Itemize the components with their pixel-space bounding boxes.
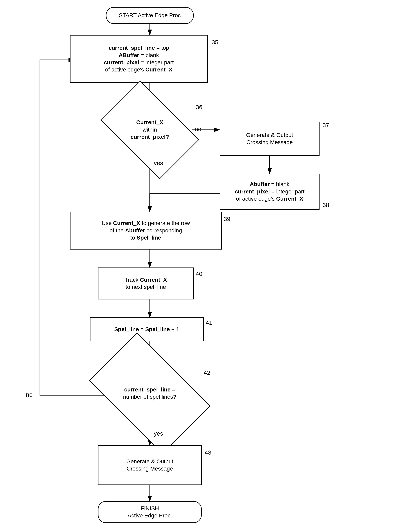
box-38-label: Abuffer = blank current_pixel = integer … <box>235 181 304 203</box>
finish-node: FINISHActive Edge Proc. <box>98 501 202 523</box>
no-right-label: no <box>195 126 201 133</box>
box-39: Use Current_X to generate the row of the… <box>70 212 222 250</box>
box-43: Generate & OutputCrossing Message <box>98 445 202 485</box>
box-37: Generate & OutputCrossing Message <box>220 122 319 156</box>
start-label: START Active Edge Proc <box>119 12 181 19</box>
box-35-label: current_spel_line = top ABuffer = blank … <box>104 44 173 73</box>
diamond-36-label: Current_Xwithincurrent_pixel? <box>131 119 169 140</box>
box-40-label: Track Current_Xto next spel_line <box>125 276 167 291</box>
yes-down-42-label: yes <box>154 430 163 437</box>
box-40: Track Current_Xto next spel_line <box>98 267 194 299</box>
ref-41: 41 <box>206 319 212 326</box>
box-41: Spel_line = Spel_line + 1 <box>90 317 204 341</box>
ref-36: 36 <box>196 104 202 111</box>
ref-38: 38 <box>323 202 329 209</box>
finish-label: FINISHActive Edge Proc. <box>127 505 172 519</box>
ref-43: 43 <box>205 449 211 456</box>
box-35: current_spel_line = top ABuffer = blank … <box>70 35 208 83</box>
diamond-42: current_spel_line =number of spel lines? <box>89 333 210 454</box>
box-39-label: Use Current_X to generate the row of the… <box>102 220 190 241</box>
box-38: Abuffer = blank current_pixel = integer … <box>220 174 319 210</box>
ref-39: 39 <box>224 215 230 222</box>
diamond-42-label: current_spel_line =number of spel lines? <box>123 386 177 401</box>
flowchart-container: { "title": "Active Edge Proc Flowchart",… <box>0 0 401 532</box>
ref-35: 35 <box>212 39 218 46</box>
ref-40: 40 <box>196 271 202 277</box>
box-41-label: Spel_line = Spel_line + 1 <box>114 326 179 333</box>
box-37-label: Generate & OutputCrossing Message <box>246 132 293 146</box>
box-43-label: Generate & OutputCrossing Message <box>126 458 173 473</box>
start-node: START Active Edge Proc <box>106 7 194 24</box>
diamond-36: Current_Xwithincurrent_pixel? <box>101 80 199 179</box>
ref-37: 37 <box>323 122 329 129</box>
no-left-label: no <box>26 391 32 398</box>
yes-down-36-label: yes <box>154 160 163 166</box>
ref-42: 42 <box>204 369 210 376</box>
